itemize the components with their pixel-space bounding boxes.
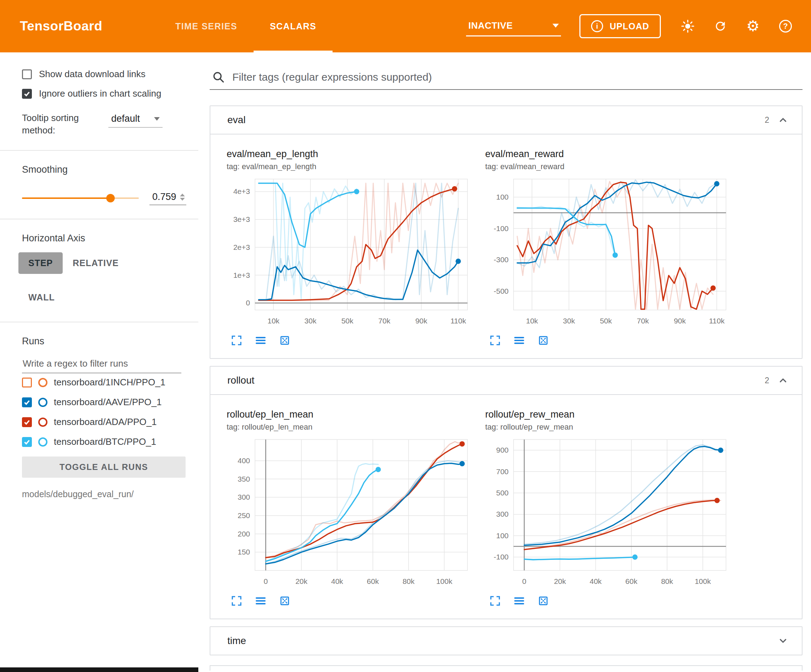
- chart-tag: tag: eval/mean_ep_length: [227, 162, 475, 171]
- data-table-icon[interactable]: [255, 335, 266, 346]
- fit-domain-icon[interactable]: [538, 335, 549, 346]
- upload-button[interactable]: i UPLOAD: [579, 14, 661, 38]
- svg-text:0: 0: [522, 577, 526, 585]
- section-card-time: time: [210, 626, 803, 655]
- axis-wall-button[interactable]: WALL: [19, 287, 65, 308]
- chevron-up-icon[interactable]: [778, 375, 788, 386]
- stepper-up-icon[interactable]: [180, 193, 185, 196]
- run-checkbox[interactable]: [22, 398, 32, 407]
- horizontal-axis-buttons: STEP RELATIVE WALL: [19, 252, 174, 308]
- log-directory-path: models/debugged_eval_run/: [22, 489, 191, 499]
- svg-text:20k: 20k: [295, 577, 307, 585]
- svg-text:50k: 50k: [600, 317, 612, 325]
- chart-plot-area[interactable]: -100100300500700900020k40k60k80k100k: [484, 435, 732, 591]
- chart-plot-area[interactable]: 100-100-300-50010k30k50k70k90k110k: [484, 174, 732, 330]
- settings-gear-icon[interactable]: ⚙: [746, 19, 760, 33]
- rollout-card-header[interactable]: rollout 2: [210, 367, 802, 394]
- chevron-down-icon[interactable]: [778, 636, 788, 646]
- fit-domain-icon[interactable]: [538, 595, 549, 606]
- axis-relative-button[interactable]: RELATIVE: [63, 252, 129, 274]
- data-table-icon[interactable]: [514, 335, 525, 346]
- run-row-aave[interactable]: tensorboard/AAVE/PPO_1: [22, 397, 195, 408]
- axis-step-button[interactable]: STEP: [19, 252, 63, 274]
- app-title: TensorBoard: [20, 19, 102, 34]
- horizontal-axis-label: Horizontal Axis: [22, 233, 199, 244]
- svg-text:10k: 10k: [526, 317, 538, 325]
- eval-card-header[interactable]: eval 2: [210, 106, 802, 134]
- svg-text:500: 500: [496, 489, 509, 497]
- chart-actions: [489, 335, 733, 346]
- chart-actions: [231, 335, 475, 346]
- svg-text:20k: 20k: [554, 577, 566, 585]
- tab-scalars[interactable]: SCALARS: [254, 0, 333, 52]
- run-label: tensorboard/1INCH/PPO_1: [54, 377, 165, 388]
- chart-actions: [231, 595, 475, 606]
- svg-text:-100: -100: [494, 224, 509, 232]
- run-row-ada[interactable]: tensorboard/ADA/PPO_1: [22, 416, 195, 427]
- stepper-arrows[interactable]: [180, 193, 185, 201]
- chevron-up-icon[interactable]: [778, 115, 788, 125]
- tooltip-sorting-row: Tooltip sorting method: default: [22, 112, 191, 137]
- status-dropdown[interactable]: INACTIVE: [466, 16, 561, 36]
- dashboard-content: eval 2 eval/mean_ep_length tag: eval/mea…: [199, 52, 811, 672]
- run-label: tensorboard/AAVE/PPO_1: [54, 397, 161, 408]
- svg-text:60k: 60k: [625, 577, 638, 585]
- tooltip-sorting-dropdown[interactable]: default: [109, 112, 163, 128]
- expand-card-icon[interactable]: [231, 595, 242, 606]
- svg-text:1e+3: 1e+3: [233, 271, 250, 279]
- chevron-down-icon: [553, 24, 559, 28]
- help-icon[interactable]: ?: [779, 19, 792, 33]
- svg-text:150: 150: [238, 548, 250, 556]
- data-table-icon[interactable]: [514, 595, 525, 606]
- ignore-outliers-checkbox[interactable]: [22, 89, 32, 99]
- svg-text:30k: 30k: [563, 317, 575, 325]
- chart-plot-area[interactable]: 01e+32e+33e+34e+310k30k50k70k90k110k: [225, 174, 473, 330]
- runs-label: Runs: [22, 336, 199, 347]
- runs-filter-input[interactable]: [22, 356, 182, 373]
- expand-card-icon[interactable]: [489, 595, 501, 606]
- stepper-down-icon[interactable]: [180, 198, 185, 201]
- tag-filter-input[interactable]: [232, 71, 800, 83]
- show-download-links-label: Show data download links: [39, 69, 146, 80]
- svg-text:-500: -500: [494, 287, 509, 295]
- tag-filter-row: [210, 71, 803, 90]
- chart-plot-area[interactable]: 150200250300350400020k40k60k80k100k: [225, 435, 473, 591]
- slider-thumb[interactable]: [106, 194, 115, 202]
- brightness-icon[interactable]: [681, 19, 695, 33]
- divider: [0, 219, 199, 219]
- chart-title: rollout/ep_len_mean: [227, 409, 475, 420]
- run-checkbox[interactable]: [22, 417, 32, 427]
- chart-tag: tag: rollout/ep_rew_mean: [485, 423, 733, 432]
- smoothing-slider[interactable]: [22, 198, 139, 199]
- ignore-outliers-row[interactable]: Ignore outliers in chart scaling: [22, 88, 191, 99]
- svg-text:30k: 30k: [305, 317, 317, 325]
- expand-card-icon[interactable]: [489, 335, 501, 346]
- chart-title: eval/mean_reward: [485, 149, 733, 159]
- fit-domain-icon[interactable]: [279, 335, 290, 346]
- run-label: tensorboard/BTC/PPO_1: [54, 436, 156, 447]
- chart-title: rollout/ep_rew_mean: [485, 409, 733, 420]
- data-table-icon[interactable]: [255, 595, 266, 606]
- svg-text:-100: -100: [494, 553, 509, 561]
- tooltip-sorting-value: default: [111, 113, 140, 124]
- toggle-all-runs-button[interactable]: TOGGLE ALL RUNS: [22, 457, 186, 478]
- time-card-header[interactable]: time: [210, 627, 802, 655]
- show-download-links-checkbox[interactable]: [22, 69, 32, 79]
- expand-card-icon[interactable]: [231, 335, 242, 346]
- info-icon: i: [591, 20, 603, 32]
- run-color-swatch: [38, 378, 48, 387]
- chart-rollout-ep-rew-mean: rollout/ep_rew_mean tag: rollout/ep_rew_…: [484, 409, 733, 606]
- run-row-btc[interactable]: tensorboard/BTC/PPO_1: [22, 436, 195, 447]
- chart-eval-mean-ep-length: eval/mean_ep_length tag: eval/mean_ep_le…: [225, 149, 475, 346]
- tab-time-series[interactable]: TIME SERIES: [159, 0, 254, 52]
- run-checkbox[interactable]: [22, 437, 32, 447]
- divider: [0, 150, 199, 151]
- show-download-links-row[interactable]: Show data download links: [22, 69, 191, 80]
- refresh-icon[interactable]: [713, 19, 728, 33]
- svg-text:250: 250: [238, 511, 250, 520]
- smoothing-value-field[interactable]: 0.759: [149, 191, 186, 205]
- run-color-swatch: [38, 437, 48, 447]
- fit-domain-icon[interactable]: [279, 595, 290, 606]
- run-row-1inch[interactable]: tensorboard/1INCH/PPO_1: [22, 377, 195, 388]
- run-checkbox[interactable]: [22, 377, 32, 388]
